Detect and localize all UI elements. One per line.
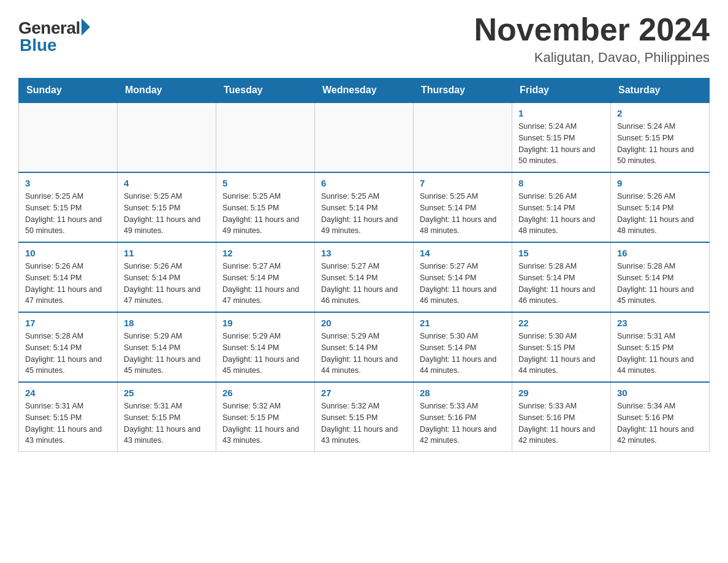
calendar-cell (118, 102, 216, 172)
logo: General Blue (18, 12, 90, 55)
calendar-cell: 23Sunrise: 5:31 AMSunset: 5:15 PMDayligh… (611, 312, 710, 382)
calendar-cell (315, 102, 414, 172)
day-number: 3 (25, 178, 111, 188)
day-header-thursday: Thursday (414, 79, 512, 103)
calendar-cell: 4Sunrise: 5:25 AMSunset: 5:15 PMDaylight… (118, 172, 216, 242)
day-info: Sunrise: 5:29 AMSunset: 5:14 PMDaylight:… (321, 331, 407, 377)
day-info: Sunrise: 5:29 AMSunset: 5:14 PMDaylight:… (124, 331, 210, 377)
day-number: 25 (124, 388, 210, 398)
logo-arrow-icon (82, 18, 90, 36)
calendar-table: SundayMondayTuesdayWednesdayThursdayFrid… (18, 78, 710, 452)
title-block: November 2024 Kaligutan, Davao, Philippi… (474, 12, 710, 66)
day-info: Sunrise: 5:26 AMSunset: 5:14 PMDaylight:… (124, 261, 210, 307)
day-number: 13 (321, 248, 407, 258)
calendar-cell (414, 102, 512, 172)
day-info: Sunrise: 5:26 AMSunset: 5:14 PMDaylight:… (617, 191, 703, 237)
day-info: Sunrise: 5:31 AMSunset: 5:15 PMDaylight:… (124, 400, 210, 446)
day-number: 19 (222, 318, 308, 328)
calendar-cell: 1Sunrise: 5:24 AMSunset: 5:15 PMDaylight… (512, 102, 611, 172)
day-info: Sunrise: 5:33 AMSunset: 5:16 PMDaylight:… (420, 400, 506, 446)
day-number: 4 (124, 178, 210, 188)
day-info: Sunrise: 5:31 AMSunset: 5:15 PMDaylight:… (25, 400, 111, 446)
day-info: Sunrise: 5:28 AMSunset: 5:14 PMDaylight:… (25, 331, 111, 377)
calendar-cell: 14Sunrise: 5:27 AMSunset: 5:14 PMDayligh… (414, 242, 512, 312)
logo-blue-text: Blue (18, 36, 57, 55)
calendar-cell: 24Sunrise: 5:31 AMSunset: 5:15 PMDayligh… (19, 382, 118, 452)
calendar-cell: 3Sunrise: 5:25 AMSunset: 5:15 PMDaylight… (19, 172, 118, 242)
day-info: Sunrise: 5:26 AMSunset: 5:14 PMDaylight:… (25, 261, 111, 307)
calendar-cell: 12Sunrise: 5:27 AMSunset: 5:14 PMDayligh… (216, 242, 315, 312)
day-number: 2 (617, 108, 703, 118)
calendar-cell: 8Sunrise: 5:26 AMSunset: 5:14 PMDaylight… (512, 172, 611, 242)
day-info: Sunrise: 5:24 AMSunset: 5:15 PMDaylight:… (518, 121, 604, 167)
day-number: 10 (25, 248, 111, 258)
calendar-cell: 9Sunrise: 5:26 AMSunset: 5:14 PMDaylight… (611, 172, 710, 242)
calendar-cell (19, 102, 118, 172)
day-number: 22 (518, 318, 604, 328)
day-number: 21 (420, 318, 506, 328)
calendar-header-row: SundayMondayTuesdayWednesdayThursdayFrid… (19, 79, 710, 103)
calendar-cell: 20Sunrise: 5:29 AMSunset: 5:14 PMDayligh… (315, 312, 414, 382)
day-number: 28 (420, 388, 506, 398)
calendar-cell: 16Sunrise: 5:28 AMSunset: 5:14 PMDayligh… (611, 242, 710, 312)
day-number: 11 (124, 248, 210, 258)
week-row-4: 17Sunrise: 5:28 AMSunset: 5:14 PMDayligh… (19, 312, 710, 382)
calendar-cell: 28Sunrise: 5:33 AMSunset: 5:16 PMDayligh… (414, 382, 512, 452)
day-info: Sunrise: 5:25 AMSunset: 5:15 PMDaylight:… (25, 191, 111, 237)
day-header-tuesday: Tuesday (216, 79, 315, 103)
calendar-cell (216, 102, 315, 172)
day-info: Sunrise: 5:27 AMSunset: 5:14 PMDaylight:… (222, 261, 308, 307)
day-info: Sunrise: 5:30 AMSunset: 5:15 PMDaylight:… (518, 331, 604, 377)
calendar-cell: 7Sunrise: 5:25 AMSunset: 5:14 PMDaylight… (414, 172, 512, 242)
day-info: Sunrise: 5:28 AMSunset: 5:14 PMDaylight:… (617, 261, 703, 307)
day-info: Sunrise: 5:25 AMSunset: 5:15 PMDaylight:… (222, 191, 308, 237)
calendar-cell: 10Sunrise: 5:26 AMSunset: 5:14 PMDayligh… (19, 242, 118, 312)
calendar-cell: 6Sunrise: 5:25 AMSunset: 5:14 PMDaylight… (315, 172, 414, 242)
day-number: 30 (617, 388, 703, 398)
calendar-cell: 26Sunrise: 5:32 AMSunset: 5:15 PMDayligh… (216, 382, 315, 452)
day-number: 9 (617, 178, 703, 188)
day-info: Sunrise: 5:30 AMSunset: 5:14 PMDaylight:… (420, 331, 506, 377)
day-number: 23 (617, 318, 703, 328)
calendar-cell: 11Sunrise: 5:26 AMSunset: 5:14 PMDayligh… (118, 242, 216, 312)
day-info: Sunrise: 5:25 AMSunset: 5:15 PMDaylight:… (124, 191, 210, 237)
day-number: 14 (420, 248, 506, 258)
calendar-cell: 22Sunrise: 5:30 AMSunset: 5:15 PMDayligh… (512, 312, 611, 382)
day-info: Sunrise: 5:32 AMSunset: 5:15 PMDaylight:… (321, 400, 407, 446)
day-info: Sunrise: 5:32 AMSunset: 5:15 PMDaylight:… (222, 400, 308, 446)
day-info: Sunrise: 5:27 AMSunset: 5:14 PMDaylight:… (321, 261, 407, 307)
day-number: 26 (222, 388, 308, 398)
day-info: Sunrise: 5:25 AMSunset: 5:14 PMDaylight:… (420, 191, 506, 237)
day-info: Sunrise: 5:26 AMSunset: 5:14 PMDaylight:… (518, 191, 604, 237)
calendar-cell: 18Sunrise: 5:29 AMSunset: 5:14 PMDayligh… (118, 312, 216, 382)
calendar-cell: 21Sunrise: 5:30 AMSunset: 5:14 PMDayligh… (414, 312, 512, 382)
day-info: Sunrise: 5:27 AMSunset: 5:14 PMDaylight:… (420, 261, 506, 307)
day-number: 16 (617, 248, 703, 258)
calendar-cell: 15Sunrise: 5:28 AMSunset: 5:14 PMDayligh… (512, 242, 611, 312)
location-subtitle: Kaligutan, Davao, Philippines (474, 50, 710, 66)
calendar-cell: 2Sunrise: 5:24 AMSunset: 5:15 PMDaylight… (611, 102, 710, 172)
day-info: Sunrise: 5:29 AMSunset: 5:14 PMDaylight:… (222, 331, 308, 377)
month-year-title: November 2024 (474, 12, 710, 47)
day-header-monday: Monday (118, 79, 216, 103)
day-number: 24 (25, 388, 111, 398)
week-row-2: 3Sunrise: 5:25 AMSunset: 5:15 PMDaylight… (19, 172, 710, 242)
day-number: 6 (321, 178, 407, 188)
week-row-3: 10Sunrise: 5:26 AMSunset: 5:14 PMDayligh… (19, 242, 710, 312)
day-number: 27 (321, 388, 407, 398)
calendar-cell: 29Sunrise: 5:33 AMSunset: 5:16 PMDayligh… (512, 382, 611, 452)
day-info: Sunrise: 5:25 AMSunset: 5:14 PMDaylight:… (321, 191, 407, 237)
day-number: 12 (222, 248, 308, 258)
calendar-cell: 30Sunrise: 5:34 AMSunset: 5:16 PMDayligh… (611, 382, 710, 452)
day-info: Sunrise: 5:34 AMSunset: 5:16 PMDaylight:… (617, 400, 703, 446)
day-number: 7 (420, 178, 506, 188)
calendar-cell: 13Sunrise: 5:27 AMSunset: 5:14 PMDayligh… (315, 242, 414, 312)
day-number: 20 (321, 318, 407, 328)
day-number: 18 (124, 318, 210, 328)
day-header-friday: Friday (512, 79, 611, 103)
calendar-cell: 5Sunrise: 5:25 AMSunset: 5:15 PMDaylight… (216, 172, 315, 242)
calendar-cell: 25Sunrise: 5:31 AMSunset: 5:15 PMDayligh… (118, 382, 216, 452)
day-number: 17 (25, 318, 111, 328)
day-number: 1 (518, 108, 604, 118)
calendar-cell: 27Sunrise: 5:32 AMSunset: 5:15 PMDayligh… (315, 382, 414, 452)
